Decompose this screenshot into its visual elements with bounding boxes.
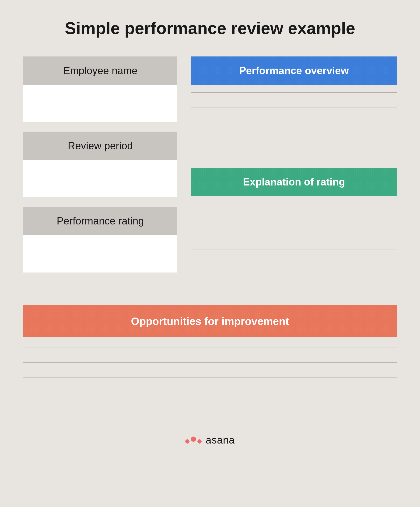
divider-1 xyxy=(191,92,397,93)
performance-rating-input[interactable] xyxy=(23,235,177,273)
review-period-input[interactable] xyxy=(23,160,177,197)
page-container: Simple performance review example Employ… xyxy=(0,0,420,507)
main-content: Employee name Review period Performance … xyxy=(23,56,397,415)
performance-rating-label-box: Performance rating xyxy=(23,207,177,235)
asana-logo-icon xyxy=(185,437,202,444)
employee-name-label-box: Employee name xyxy=(23,56,177,85)
divider-6 xyxy=(191,204,397,204)
review-period-label-box: Review period xyxy=(23,132,177,160)
left-column: Employee name Review period Performance … xyxy=(23,56,177,282)
employee-name-input[interactable] xyxy=(23,85,177,122)
divider-9 xyxy=(191,249,397,249)
divider-7 xyxy=(191,219,397,219)
divider-5 xyxy=(191,153,397,153)
divider-14 xyxy=(23,408,397,408)
asana-dot-right xyxy=(197,439,202,444)
opportunities-header: Opportunities for improvement xyxy=(23,305,397,337)
asana-dot-left xyxy=(185,439,189,444)
employee-name-label: Employee name xyxy=(63,65,137,77)
asana-dot-center xyxy=(191,437,196,442)
divider-10 xyxy=(23,347,397,347)
divider-11 xyxy=(23,362,397,363)
divider-13 xyxy=(23,393,397,393)
opportunities-label: Opportunities for improvement xyxy=(131,315,289,328)
performance-rating-label: Performance rating xyxy=(57,215,144,227)
performance-overview-header: Performance overview xyxy=(191,56,397,85)
opportunities-lines xyxy=(23,340,397,415)
asana-logo-text: asana xyxy=(206,434,235,446)
performance-overview-lines xyxy=(191,85,397,161)
divider-3 xyxy=(191,123,397,123)
divider-4 xyxy=(191,138,397,138)
performance-overview-label: Performance overview xyxy=(239,65,349,77)
explanation-of-rating-header: Explanation of rating xyxy=(191,168,397,196)
divider-8 xyxy=(191,234,397,234)
right-column: Performance overview Explanation of rati… xyxy=(191,56,397,282)
logo-area: asana xyxy=(185,434,235,446)
review-period-label: Review period xyxy=(68,140,133,152)
page-title: Simple performance review example xyxy=(65,19,355,38)
top-section: Employee name Review period Performance … xyxy=(23,56,397,282)
divider-12 xyxy=(23,378,397,378)
explanation-lines xyxy=(191,196,397,257)
explanation-of-rating-label: Explanation of rating xyxy=(243,176,345,188)
opportunities-section: Opportunities for improvement xyxy=(23,305,397,415)
